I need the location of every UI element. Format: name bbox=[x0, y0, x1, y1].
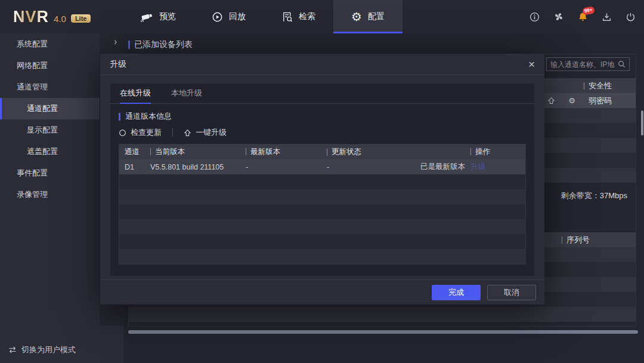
channel-version-section-head: 通道版本信息 bbox=[119, 111, 534, 122]
upgrade-arrow-icon[interactable] bbox=[547, 97, 555, 104]
upgrade-table-header: 通道 当前版本 最新版本 更新状态 操作 bbox=[119, 144, 525, 159]
sidebar-item-record-mgmt[interactable]: 录像管理 bbox=[0, 184, 100, 205]
cell-current-version: V5.5.801 build 211105 bbox=[150, 163, 246, 171]
table-row bbox=[129, 307, 636, 322]
switch-user-mode-button[interactable]: 切换为用户模式 bbox=[8, 344, 76, 355]
tab-playback[interactable]: 回放 bbox=[194, 0, 264, 33]
vertical-scrollbar[interactable] bbox=[641, 110, 643, 136]
power-icon[interactable] bbox=[626, 12, 636, 22]
upgrade-table: 通道 当前版本 最新版本 更新状态 操作 D1 V5.5.801 build 2… bbox=[119, 144, 526, 264]
section-marker bbox=[128, 41, 130, 49]
gear-icon: ⚙ bbox=[351, 11, 362, 23]
cancel-button[interactable]: 取消 bbox=[487, 285, 536, 300]
channel-search-input[interactable] bbox=[550, 60, 615, 69]
search-doc-icon bbox=[281, 11, 293, 23]
one-key-upgrade-button[interactable]: 一键升级 bbox=[184, 127, 227, 138]
settings-gear-icon[interactable]: ⚙ bbox=[568, 97, 575, 104]
sidebar-item-system-config[interactable]: 系统配置 bbox=[0, 33, 100, 55]
tab-local-upgrade[interactable]: 本地升级 bbox=[171, 84, 202, 104]
upgrade-dialog-titlebar: 升级 × bbox=[100, 54, 544, 75]
switch-mode-label: 切换为用户模式 bbox=[21, 344, 76, 355]
top-header: NVR 4.0 Lite 预览 回放 检索 bbox=[0, 0, 644, 33]
search-icon bbox=[618, 60, 626, 68]
channel-search-box bbox=[546, 57, 630, 71]
sidebar-collapse-icon[interactable]: › bbox=[114, 37, 117, 47]
header-status-icons: 99+ bbox=[530, 0, 636, 33]
upgrade-dialog-footer: 完成 取消 bbox=[100, 279, 544, 304]
alarm-count-badge: 99+ bbox=[582, 6, 595, 15]
channel-version-title: 通道版本信息 bbox=[125, 111, 172, 122]
switch-mode-icon bbox=[8, 346, 17, 353]
info-icon[interactable] bbox=[530, 12, 540, 22]
tab-online-upgrade[interactable]: 在线升级 bbox=[120, 84, 151, 104]
playback-icon bbox=[212, 11, 223, 23]
tab-config[interactable]: ⚙ 配置 bbox=[333, 0, 402, 33]
upgrade-table-empty-row bbox=[119, 219, 525, 234]
sidebar-item-event-config[interactable]: 事件配置 bbox=[0, 162, 100, 184]
serial-header-label: 序列号 bbox=[566, 235, 590, 245]
fan-icon[interactable] bbox=[553, 11, 564, 22]
finish-button[interactable]: 完成 bbox=[432, 285, 481, 300]
section-marker bbox=[119, 113, 120, 121]
sidebar-item-display-config[interactable]: 显示配置 bbox=[0, 119, 100, 141]
tab-label: 检索 bbox=[299, 11, 315, 22]
col-update-status: 更新状态 bbox=[327, 147, 470, 157]
horizontal-scrollbar[interactable] bbox=[128, 330, 638, 334]
logo-version: 4.0 bbox=[54, 14, 66, 24]
tab-search[interactable]: 检索 bbox=[264, 0, 333, 33]
upgrade-empty-rows bbox=[119, 174, 525, 264]
upgrade-table-row-d1[interactable]: D1 V5.5.801 build 211105 - - 已是最新版本 升级 bbox=[119, 159, 525, 174]
upgrade-panel: 在线升级 本地升级 通道版本信息 检查更新 bbox=[110, 84, 534, 276]
tab-preview[interactable]: 预览 bbox=[122, 0, 194, 33]
sidebar-item-channel-mgmt[interactable]: 通道管理 bbox=[0, 76, 100, 98]
device-list-title: 已添加设备列表 bbox=[134, 39, 193, 50]
logo-edition-badge: Lite bbox=[71, 14, 91, 23]
app-logo: NVR 4.0 Lite bbox=[13, 0, 91, 33]
cell-operation: 升级 bbox=[470, 162, 525, 172]
sidebar-item-mask-config[interactable]: 遮盖配置 bbox=[0, 141, 100, 162]
refresh-icon bbox=[119, 129, 126, 137]
upgrade-link[interactable]: 升级 bbox=[470, 162, 485, 171]
upgrade-actions: 检查更新 一键升级 bbox=[119, 127, 534, 138]
camera-icon bbox=[140, 12, 153, 22]
cell-channel: D1 bbox=[119, 163, 150, 171]
sidebar-item-channel-config[interactable]: 通道配置 bbox=[0, 98, 100, 119]
close-icon[interactable]: × bbox=[528, 59, 535, 70]
tab-label: 回放 bbox=[229, 11, 246, 22]
upgrade-table-empty-row bbox=[119, 174, 525, 189]
main-nav: 预览 回放 检索 ⚙ 配置 bbox=[122, 0, 402, 33]
col-operation: 操作 bbox=[470, 147, 525, 157]
download-icon[interactable] bbox=[602, 12, 612, 22]
upgrade-table-empty-row bbox=[119, 249, 525, 264]
status-text: 已是最新版本 bbox=[420, 162, 465, 172]
upgrade-table-empty-row bbox=[119, 204, 525, 219]
col-current-version: 当前版本 bbox=[150, 147, 246, 157]
upgrade-arrow-icon bbox=[184, 129, 191, 137]
cell-update-status: - 已是最新版本 bbox=[327, 162, 470, 172]
upgrade-table-empty-row bbox=[119, 189, 525, 204]
alarm-bell-icon[interactable]: 99+ bbox=[578, 12, 588, 22]
col-latest-version: 最新版本 bbox=[246, 147, 327, 157]
cell-latest-version: - bbox=[246, 163, 327, 171]
weak-password-label: 弱密码 bbox=[589, 96, 612, 106]
upgrade-table-empty-row bbox=[119, 234, 525, 249]
bandwidth-label: 剩余带宽：37Mbps bbox=[561, 190, 627, 201]
upgrade-dialog-title: 升级 bbox=[110, 59, 126, 70]
device-list-section-head: 已添加设备列表 bbox=[128, 39, 193, 50]
security-header-label: 安全性 bbox=[589, 81, 612, 91]
logo-product: NVR bbox=[13, 8, 49, 26]
sidebar-menu: 系统配置 网络配置 通道管理 通道配置 显示配置 遮盖配置 事件配置 录像管理 bbox=[0, 33, 100, 205]
nvr-app: NVR 4.0 Lite 预览 回放 检索 bbox=[0, 0, 644, 363]
check-update-button[interactable]: 检查更新 bbox=[119, 127, 162, 138]
tab-label: 预览 bbox=[159, 11, 176, 22]
upgrade-dialog: 升级 × 在线升级 本地升级 通道版本信息 bbox=[100, 54, 544, 304]
upgrade-tabs: 在线升级 本地升级 bbox=[110, 84, 534, 104]
col-channel: 通道 bbox=[119, 147, 150, 157]
tab-label: 配置 bbox=[368, 11, 385, 22]
sidebar-item-network-config[interactable]: 网络配置 bbox=[0, 55, 100, 76]
